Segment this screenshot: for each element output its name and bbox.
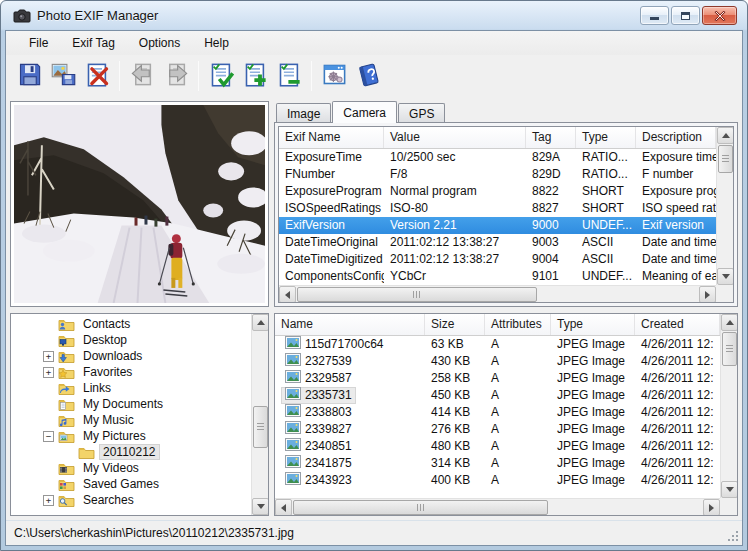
column-header-created[interactable]: Created (635, 314, 720, 335)
column-header-attributes[interactable]: Attributes (485, 314, 551, 335)
exif-cell-type: RATIO... (576, 166, 636, 183)
tree-item-my-music[interactable]: My Music (11, 412, 251, 428)
tree-item-label: 20110212 (99, 444, 160, 460)
scrollbar-thumb[interactable] (293, 500, 548, 515)
arrow-up-icon (726, 320, 734, 325)
file-row[interactable]: 2340851480 KBAJPEG Image4/26/2011 12: (275, 438, 720, 455)
exif-row[interactable]: ExifVersionVersion 2.219000UNDEF...Exif … (279, 217, 716, 234)
menu-item-help[interactable]: Help (195, 32, 238, 54)
tree-item-saved-games[interactable]: Saved Games (11, 476, 251, 492)
scrollbar-thumb[interactable] (722, 332, 737, 366)
file-row[interactable]: 2338803414 KBAJPEG Image4/26/2011 12: (275, 404, 720, 421)
delete-exif-button[interactable] (80, 59, 114, 93)
file-row[interactable]: 2343923400 KBAJPEG Image4/26/2011 12: (275, 472, 720, 489)
tree-expander[interactable]: + (43, 367, 54, 378)
column-header-exif-name[interactable]: Exif Name (279, 127, 384, 148)
exif-row[interactable]: ISOSpeedRatingsISO-808827SHORTISO speed … (279, 200, 716, 217)
options-button[interactable] (317, 59, 351, 93)
tree-expander[interactable]: − (43, 431, 54, 442)
column-header-tag[interactable]: Tag (526, 127, 576, 148)
save-picture-button[interactable] (46, 59, 80, 93)
exif-row[interactable]: ExposureProgramNormal program8822SHORTEx… (279, 183, 716, 200)
exif-cell-type: UNDEF... (576, 268, 636, 285)
downloads-folder-icon (58, 349, 75, 363)
tree-expander[interactable]: + (43, 495, 54, 506)
scroll-up-button[interactable] (721, 314, 738, 331)
tree-item-favorites[interactable]: +Favorites (11, 364, 251, 380)
exif-row[interactable]: FNumberF/8829DRATIO...F number (279, 166, 716, 183)
folder-tree: ContactsDesktop+Downloads+FavoritesLinks… (10, 313, 269, 516)
exif-row[interactable]: ComponentsConfig...YCbCr9101UNDEF...Mean… (279, 268, 716, 285)
save-floppy-icon (16, 61, 43, 92)
tab-camera[interactable]: Camera (332, 101, 397, 123)
exif-row[interactable]: DateTimeDigitized2011:02:12 13:38:279004… (279, 251, 716, 268)
tree-item-my-videos[interactable]: My Videos (11, 460, 251, 476)
tree-item-label: My Music (79, 412, 138, 428)
exif-cell-value: F/8 (384, 166, 526, 183)
file-row[interactable]: 2339827276 KBAJPEG Image4/26/2011 12: (275, 421, 720, 438)
tree-item-links[interactable]: Links (11, 380, 251, 396)
menu-item-file[interactable]: File (20, 32, 57, 54)
minimize-button[interactable] (640, 6, 669, 25)
tab-image[interactable]: Image (276, 103, 331, 122)
scroll-down-button[interactable] (717, 268, 734, 285)
exif-table-body: ExposureTime10/2500 sec829ARATIO...Expos… (279, 149, 716, 285)
exif-vertical-scrollbar[interactable] (716, 127, 733, 285)
scroll-down-button[interactable] (252, 498, 269, 515)
scroll-left-button[interactable] (275, 499, 292, 516)
close-button[interactable] (702, 6, 737, 25)
file-row[interactable]: 2329587258 KBAJPEG Image4/26/2011 12: (275, 370, 720, 387)
menu-item-exif-tag[interactable]: Exif Tag (63, 32, 123, 54)
exif-row[interactable]: ExposureTime10/2500 sec829ARATIO...Expos… (279, 149, 716, 166)
column-header-size[interactable]: Size (425, 314, 485, 335)
scroll-right-button[interactable] (703, 499, 720, 516)
resize-grip-icon[interactable] (727, 530, 740, 543)
scrollbar-thumb[interactable] (297, 287, 537, 302)
exif-horizontal-scrollbar[interactable] (279, 285, 716, 302)
file-horizontal-scrollbar[interactable] (275, 498, 720, 515)
tree-expander[interactable]: + (43, 351, 54, 362)
exif-tabs: ImageCameraGPS (274, 101, 738, 122)
tree-item-desktop[interactable]: Desktop (11, 332, 251, 348)
exif-cell-type: UNDEF... (576, 217, 636, 234)
column-header-type[interactable]: Type (576, 127, 636, 148)
validate-tags-button[interactable] (204, 59, 238, 93)
file-vertical-scrollbar[interactable] (720, 314, 737, 498)
scrollbar-thumb[interactable] (718, 145, 733, 173)
file-cell-size: 258 KB (425, 370, 485, 387)
add-tag-button[interactable] (238, 59, 272, 93)
exif-cell-name: DateTimeDigitized (279, 251, 384, 268)
menu-item-options[interactable]: Options (130, 32, 189, 54)
scroll-up-button[interactable] (717, 127, 734, 144)
scroll-down-button[interactable] (721, 481, 738, 498)
tab-gps[interactable]: GPS (398, 103, 445, 122)
title-bar[interactable]: Photo EXIF Manager (5, 1, 743, 30)
save-button[interactable] (12, 59, 46, 93)
column-header-value[interactable]: Value (384, 127, 526, 148)
tree-item-my-documents[interactable]: My Documents (11, 396, 251, 412)
file-row[interactable]: 115d71700c6463 KBAJPEG Image4/26/2011 12… (275, 336, 720, 353)
scrollbar-thumb[interactable] (253, 406, 268, 448)
tree-item-contacts[interactable]: Contacts (11, 316, 251, 332)
scroll-left-button[interactable] (279, 286, 296, 303)
tree-item-searches[interactable]: +Searches (11, 492, 251, 508)
file-row[interactable]: 2327539430 KBAJPEG Image4/26/2011 12: (275, 353, 720, 370)
column-header-description[interactable]: Description (636, 127, 716, 148)
exif-row[interactable]: DateTimeOriginal2011:02:12 13:38:279003A… (279, 234, 716, 251)
tree-item-downloads[interactable]: +Downloads (11, 348, 251, 364)
help-button[interactable] (351, 59, 385, 93)
file-cell-name: 2329587 (275, 370, 425, 387)
maximize-button[interactable] (671, 6, 700, 25)
tree-item-20110212[interactable]: 20110212 (11, 444, 251, 460)
column-header-name[interactable]: Name (275, 314, 425, 335)
scroll-up-button[interactable] (252, 314, 269, 331)
tree-item-my-pictures[interactable]: −My Pictures (11, 428, 251, 444)
remove-tag-button[interactable] (272, 59, 306, 93)
preview-photo (14, 105, 265, 303)
tree-vertical-scrollbar[interactable] (251, 314, 268, 515)
exif-cell-description: Date and time of (636, 234, 716, 251)
file-row[interactable]: 2335731450 KBAJPEG Image4/26/2011 12: (275, 387, 720, 404)
file-row[interactable]: 2341875314 KBAJPEG Image4/26/2011 12: (275, 455, 720, 472)
scroll-right-button[interactable] (699, 286, 716, 303)
column-header-type[interactable]: Type (551, 314, 635, 335)
